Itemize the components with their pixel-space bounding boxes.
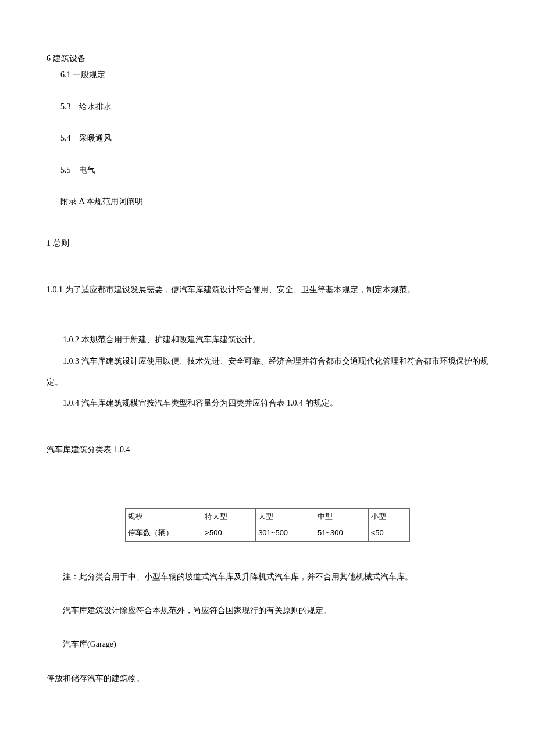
toc-item-5-4: 5.4 采暖通风 [60,132,488,145]
table-cell: >500 [202,525,256,541]
table-row: 停车数（辆） >500 301~500 51~300 <50 [126,525,410,541]
table-row: 规模 特大型 大型 中型 小型 [126,509,410,525]
table-cell: 中型 [315,509,369,525]
note-classification: 注：此分类合用于中、小型车辆的坡道式汽车库及升降机式汽车库，并不合用其他机械式汽… [47,571,488,583]
table-cell: 规模 [126,509,202,525]
table-cell: 特大型 [202,509,256,525]
table-cell: 大型 [256,509,315,525]
toc-item-5-5: 5.5 电气 [60,164,488,177]
classification-table: 规模 特大型 大型 中型 小型 停车数（辆） >500 301~500 51~3… [125,508,410,542]
toc-appendix-a: 附录 A 本规范用词阐明 [60,195,488,208]
term-garage-definition: 停放和储存汽车的建筑物。 [47,672,488,685]
table-cell: <50 [368,525,409,541]
para-1-0-1: 1.0.1 为了适应都市建设发展需要，使汽车库建筑设计符合使用、安全、卫生等基本… [47,280,488,300]
note-compliance: 汽车库建筑设计除应符合本规范外，尚应符合国家现行的有关原则的规定。 [47,604,488,617]
para-1-0-3: 1.0.3 汽车库建筑设计应使用以便、技术先进、安全可靠、经济合理并符合都市交通… [47,351,488,393]
table-cell: 51~300 [315,525,369,541]
para-1-0-2: 1.0.2 本规范合用于新建、扩建和改建汽车库建筑设计。 [47,329,488,350]
table-title: 汽车库建筑分类表 1.0.4 [47,443,488,456]
table-cell: 301~500 [256,525,315,541]
section-1-title: 1 总则 [47,237,488,250]
toc-item-6-1: 6.1 一般规定 [60,69,488,81]
table-cell: 停车数（辆） [126,525,202,541]
term-garage: 汽车库(Garage) [47,638,488,651]
para-1-0-4: 1.0.4 汽车库建筑规模宜按汽车类型和容量分为四类并应符合表 1.0.4 的规… [47,393,488,414]
toc-item-5-3: 5.3 给水排水 [60,101,488,113]
toc-section-6: 6 建筑设备 [47,52,488,65]
table-cell: 小型 [368,509,409,525]
